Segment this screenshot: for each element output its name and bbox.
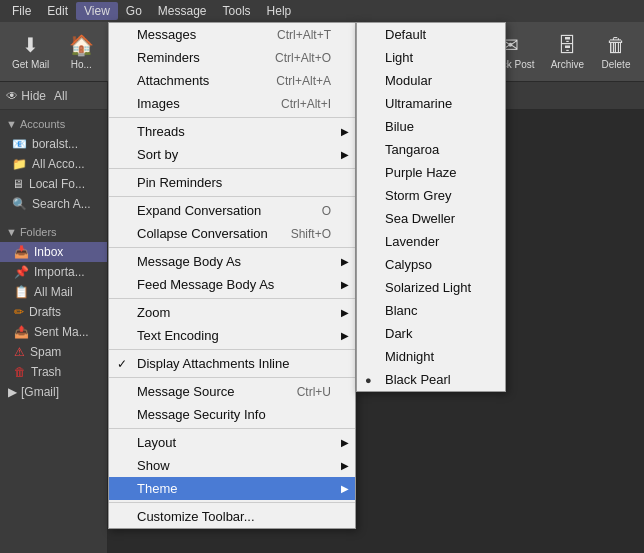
all-mail-icon: 📋 [14,285,29,299]
theme-midnight[interactable]: Midnight [357,345,505,368]
menu-pin-reminders[interactable]: Pin Reminders [109,171,355,194]
theme-sea-dweller[interactable]: Sea Dweller [357,207,505,230]
quick-filter: 👁 Hide All [0,82,107,110]
menu-sort-by[interactable]: Sort by [109,143,355,166]
folder-inbox[interactable]: 📥 Inbox [0,242,107,262]
theme-bilue-label: Bilue [385,119,414,134]
menu-zoom[interactable]: Zoom [109,301,355,324]
theme-ultramarine-label: Ultramarine [385,96,452,111]
menu-reminders[interactable]: Reminders Ctrl+Alt+O [109,46,355,69]
getmail-button[interactable]: ⬇ Get Mail [4,29,57,74]
delete-button[interactable]: 🗑 Delete [592,30,640,74]
account-local[interactable]: 🖥 Local Fo... [0,174,107,194]
theme-black-pearl[interactable]: Black Pearl [357,368,505,391]
theme-midnight-label: Midnight [385,349,434,364]
check-icon: ✓ [117,357,127,371]
folder-trash[interactable]: 🗑 Trash [0,362,107,382]
accounts-chevron[interactable]: ▼ [6,118,17,130]
theme-submenu: Default Light Modular Ultramarine Bilue … [356,22,506,392]
menu-images[interactable]: Images Ctrl+Alt+I [109,92,355,115]
theme-default-label: Default [385,27,426,42]
messages-label: Messages [137,27,196,42]
theme-bilue[interactable]: Bilue [357,115,505,138]
home-button[interactable]: 🏠 Ho... [57,29,105,74]
menu-message-source[interactable]: Message Source Ctrl+U [109,380,355,403]
menu-collapse-conversation[interactable]: Collapse Conversation Shift+O [109,222,355,245]
theme-lavender[interactable]: Lavender [357,230,505,253]
gmail-group[interactable]: ▶ [Gmail] [0,382,107,402]
theme-blanc[interactable]: Blanc [357,299,505,322]
folders-chevron[interactable]: ▼ [6,226,17,238]
theme-purple-haze[interactable]: Purple Haze [357,161,505,184]
archive-button[interactable]: 🗄 Archive [543,30,592,74]
theme-modular-label: Modular [385,73,432,88]
sep1 [109,117,355,118]
menu-display-attachments[interactable]: ✓ Display Attachments Inline [109,352,355,375]
theme-modular[interactable]: Modular [357,69,505,92]
sep7 [109,377,355,378]
pin-reminders-label: Pin Reminders [137,175,222,190]
menu-message-body-as[interactable]: Message Body As [109,250,355,273]
account-all[interactable]: 📁 All Acco... [0,154,107,174]
sep9 [109,502,355,503]
sep3 [109,196,355,197]
menu-layout[interactable]: Layout [109,431,355,454]
theme-sea-dweller-label: Sea Dweller [385,211,455,226]
show-label: Show [137,458,170,473]
all-filter-button[interactable]: All [54,89,67,103]
menu-view[interactable]: View [76,2,118,20]
theme-storm-grey-label: Storm Grey [385,188,451,203]
folder-sent[interactable]: 📤 Sent Ma... [0,322,107,342]
theme-tangaroa[interactable]: Tangaroa [357,138,505,161]
theme-ultramarine[interactable]: Ultramarine [357,92,505,115]
attachments-shortcut: Ctrl+Alt+A [276,74,347,88]
menu-messages[interactable]: Messages Ctrl+Alt+T [109,23,355,46]
accounts-section: ▼ Accounts 📧 boralst... 📁 All Acco... 🖥 … [0,110,107,218]
theme-default[interactable]: Default [357,23,505,46]
menu-attachments[interactable]: Attachments Ctrl+Alt+A [109,69,355,92]
expand-shortcut: O [322,204,347,218]
folder-drafts[interactable]: ✏ Drafts [0,302,107,322]
expand-label: Expand Conversation [137,203,261,218]
hide-filter-button[interactable]: 👁 Hide [6,89,46,103]
menu-file[interactable]: File [4,2,39,20]
menu-theme[interactable]: Theme [109,477,355,500]
theme-lavender-label: Lavender [385,234,439,249]
menu-threads[interactable]: Threads [109,120,355,143]
theme-storm-grey[interactable]: Storm Grey [357,184,505,207]
archive-icon: 🗄 [557,34,577,57]
images-shortcut: Ctrl+Alt+I [281,97,347,111]
theme-light[interactable]: Light [357,46,505,69]
attachments-label: Attachments [137,73,209,88]
menu-help[interactable]: Help [259,2,300,20]
menu-message-security[interactable]: Message Security Info [109,403,355,426]
folder-important[interactable]: 📌 Importa... [0,262,107,282]
getmail-icon: ⬇ [22,33,39,57]
menu-show[interactable]: Show [109,454,355,477]
sep4 [109,247,355,248]
menu-message[interactable]: Message [150,2,215,20]
drafts-icon: ✏ [14,305,24,319]
display-attachments-label: Display Attachments Inline [137,356,289,371]
sep8 [109,428,355,429]
account-boralst[interactable]: 📧 boralst... [0,134,107,154]
sent-icon: 📤 [14,325,29,339]
menu-feed-message-body-as[interactable]: Feed Message Body As [109,273,355,296]
account-search[interactable]: 🔍 Search A... [0,194,107,214]
collapse-shortcut: Shift+O [291,227,347,241]
menu-edit[interactable]: Edit [39,2,76,20]
folder-all-mail[interactable]: 📋 All Mail [0,282,107,302]
folders-header: ▼ Folders [0,222,107,242]
menu-go[interactable]: Go [118,2,150,20]
theme-calypso[interactable]: Calypso [357,253,505,276]
menu-expand-conversation[interactable]: Expand Conversation O [109,199,355,222]
menu-customize-toolbar[interactable]: Customize Toolbar... [109,505,355,528]
menu-tools[interactable]: Tools [215,2,259,20]
theme-purple-haze-label: Purple Haze [385,165,457,180]
theme-dark[interactable]: Dark [357,322,505,345]
folder-spam[interactable]: ⚠ Spam [0,342,107,362]
menu-text-encoding[interactable]: Text Encoding [109,324,355,347]
getmail-label: Get Mail [12,59,49,70]
theme-solarized-light[interactable]: Solarized Light [357,276,505,299]
sort-by-label: Sort by [137,147,178,162]
